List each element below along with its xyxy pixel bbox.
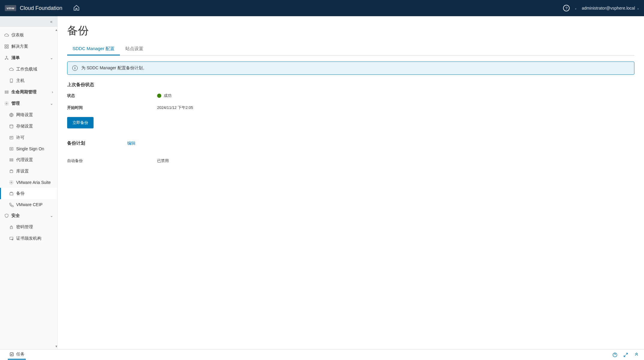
nav-aria-suite[interactable]: VMware Aria Suite xyxy=(0,177,57,188)
expand-icon[interactable] xyxy=(623,352,628,358)
nav-label: 代理设置 xyxy=(16,157,33,163)
svg-rect-21 xyxy=(10,170,13,173)
svg-rect-25 xyxy=(10,237,13,239)
cloud-icon xyxy=(4,33,9,38)
svg-rect-14 xyxy=(10,136,13,139)
grid-icon xyxy=(4,44,9,49)
nav-password-mgmt[interactable]: 密码管理 xyxy=(0,221,57,233)
home-icon[interactable] xyxy=(73,4,80,12)
nav-security-group[interactable]: 安全 ⌄ xyxy=(0,210,57,221)
help-dropdown-icon[interactable]: ⌄ xyxy=(574,7,577,10)
footer-help-icon[interactable] xyxy=(612,352,618,358)
logo: vmw xyxy=(5,5,16,11)
start-label: 开始时间 xyxy=(67,105,157,110)
nav-label: 许可 xyxy=(16,135,25,140)
chevron-down-icon: ⌄ xyxy=(637,7,639,10)
nav-hosts[interactable]: 主机 xyxy=(0,75,57,86)
sidebar-collapse-button[interactable]: « xyxy=(0,16,57,27)
main-content: 备份 SDDC Manager 配置 站点设置 i 为 SDDC Manager… xyxy=(58,16,644,349)
brand-name: Cloud Foundation xyxy=(20,5,62,11)
chevron-down-icon: ⌄ xyxy=(50,56,53,60)
nav-label: 主机 xyxy=(16,78,25,83)
svg-rect-20 xyxy=(10,160,13,161)
nav-storage-settings[interactable]: 存储设置 xyxy=(0,121,57,132)
nav-ceip[interactable]: VMware CEIP xyxy=(0,199,57,210)
svg-point-4 xyxy=(6,56,7,57)
nav-workload-domain[interactable]: 工作负载域 xyxy=(0,64,57,75)
certificate-icon xyxy=(9,236,14,241)
shield-icon xyxy=(4,213,9,218)
nav-label: Single Sign On xyxy=(16,146,44,151)
lock-icon xyxy=(9,225,14,230)
nav-label: VMware Aria Suite xyxy=(16,180,51,185)
status-value-wrap: 成功 xyxy=(157,93,171,98)
svg-rect-17 xyxy=(10,147,13,150)
last-backup-heading: 上次备份状态 xyxy=(67,82,634,88)
nav-label: 证书颁发机构 xyxy=(16,236,41,241)
svg-point-13 xyxy=(10,124,13,126)
svg-rect-19 xyxy=(10,159,13,160)
chevron-down-icon: ⌄ xyxy=(50,101,53,106)
header-right: ? ⌄ administrator@vsphere.local ⌄ xyxy=(563,5,639,11)
edit-link[interactable]: 编辑 xyxy=(127,141,136,146)
sidebar-nav: 仪表板 解决方案 清单 ⌄ 工作负载域 xyxy=(0,27,57,349)
nav-label: 解决方案 xyxy=(11,44,28,49)
banner-text: 为 SDDC Manager 配置备份计划。 xyxy=(81,65,147,71)
tabs: SDDC Manager 配置 站点设置 xyxy=(67,43,634,56)
user-menu[interactable]: administrator@vsphere.local ⌄ xyxy=(582,6,639,10)
nav-label: 工作负载域 xyxy=(16,67,37,72)
auto-backup-value: 已禁用 xyxy=(157,158,169,164)
nav-backup[interactable]: 备份 xyxy=(0,188,57,199)
sidebar: « ▲ 仪表板 解决方案 清单 ⌄ xyxy=(0,16,58,349)
nav-label: 存储设置 xyxy=(16,124,33,129)
footer-right xyxy=(612,352,639,358)
svg-rect-9 xyxy=(5,91,8,92)
nav-label: VMware CEIP xyxy=(16,202,43,207)
nav-label: 管理 xyxy=(11,101,20,106)
cloud-icon xyxy=(9,67,14,72)
svg-point-5 xyxy=(5,59,6,60)
chevron-right-icon: › xyxy=(52,90,53,94)
svg-point-18 xyxy=(11,148,12,149)
body: « ▲ 仪表板 解决方案 清单 ⌄ xyxy=(0,16,644,349)
svg-point-22 xyxy=(11,182,12,183)
backup-icon xyxy=(9,191,14,196)
nav-network-settings[interactable]: 网络设置 xyxy=(0,109,57,121)
tab-sddc-manager-config[interactable]: SDDC Manager 配置 xyxy=(67,43,120,56)
auto-backup-label: 自动备份 xyxy=(67,158,157,164)
start-time-row: 开始时间 2024/11/12 下午2:05 xyxy=(67,105,634,110)
host-icon xyxy=(9,78,14,83)
header-left: vmw Cloud Foundation xyxy=(5,4,80,12)
info-banner: i 为 SDDC Manager 配置备份计划。 xyxy=(67,62,634,75)
svg-rect-2 xyxy=(5,47,6,48)
nav-depot-settings[interactable]: 库设置 xyxy=(0,166,57,177)
lifecycle-icon xyxy=(4,90,9,94)
svg-point-11 xyxy=(6,103,7,104)
nav-proxy-settings[interactable]: 代理设置 xyxy=(0,154,57,166)
nav-label: 密码管理 xyxy=(16,224,33,230)
nav-label: 清单 xyxy=(11,55,20,61)
nav-dashboard[interactable]: 仪表板 xyxy=(0,29,57,41)
nav-inventory-group[interactable]: 清单 ⌄ xyxy=(0,52,57,64)
app-header: vmw Cloud Foundation ? ⌄ administrator@v… xyxy=(0,0,644,16)
nav-label: 生命周期管理 xyxy=(11,89,37,95)
storage-icon xyxy=(9,124,14,129)
gear-icon xyxy=(9,180,14,185)
license-icon xyxy=(9,135,14,140)
nav-sso[interactable]: Single Sign On xyxy=(0,143,57,154)
tasks-tab[interactable]: 任务 xyxy=(8,350,26,360)
backup-now-button[interactable]: 立即备份 xyxy=(67,117,94,128)
nav-lifecycle-group[interactable]: 生命周期管理 › xyxy=(0,86,57,98)
help-icon[interactable]: ? xyxy=(563,5,570,11)
nav-label: 备份 xyxy=(16,191,25,196)
phone-icon xyxy=(9,202,14,207)
nav-solutions[interactable]: 解决方案 xyxy=(0,41,57,52)
nav-license[interactable]: 许可 xyxy=(0,132,57,143)
tab-site-settings[interactable]: 站点设置 xyxy=(120,43,149,55)
nav-cert-authority[interactable]: 证书颁发机构 xyxy=(0,233,57,244)
info-icon: i xyxy=(72,65,78,71)
svg-rect-24 xyxy=(10,227,13,229)
status-row: 状态 成功 xyxy=(67,93,634,98)
nav-admin-group[interactable]: 管理 ⌄ xyxy=(0,98,57,109)
collapse-up-icon[interactable] xyxy=(634,352,639,358)
